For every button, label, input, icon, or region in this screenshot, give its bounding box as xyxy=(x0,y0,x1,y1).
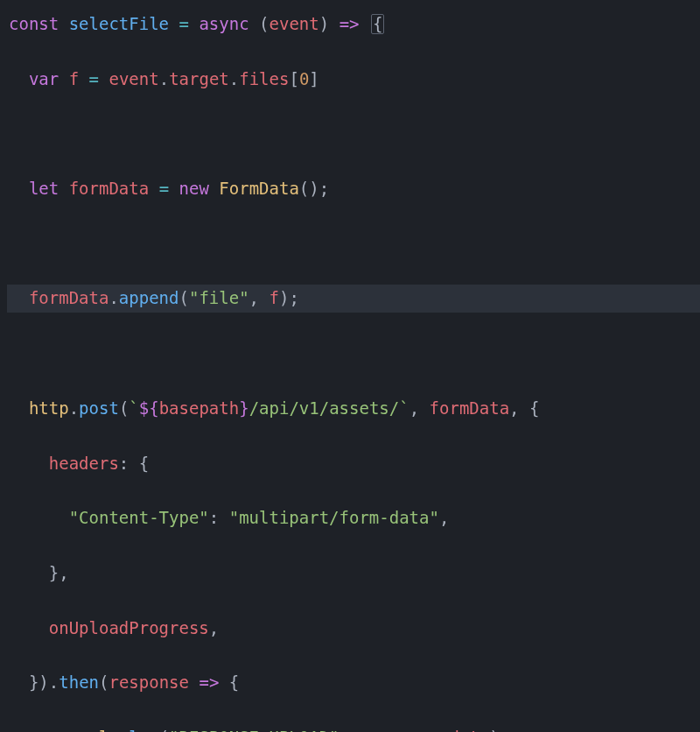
code-line: http.post(`${basepath}/api/v1/assets/`, … xyxy=(7,395,700,422)
code-line: headers: { xyxy=(7,450,700,477)
code-line: formData.append("file", f); xyxy=(7,285,700,312)
code-line: const selectFile = async (event) => { xyxy=(7,11,700,38)
code-block: const selectFile = async (event) => { va… xyxy=(7,11,700,732)
code-line: "Content-Type": "multipart/form-data", xyxy=(7,504,700,531)
open-brace-icon: { xyxy=(371,14,384,34)
code-line xyxy=(7,230,700,257)
code-line: }, xyxy=(7,560,700,587)
code-line: }).then(response => { xyxy=(7,669,700,696)
code-line: var f = event.target.files[0] xyxy=(7,66,700,93)
code-line: onUploadProgress, xyxy=(7,615,700,642)
code-line: console.log("RESPONSE UPLOAD", response.… xyxy=(7,724,700,732)
code-line xyxy=(7,340,700,367)
code-line xyxy=(7,120,700,147)
code-line: let formData = new FormData(); xyxy=(7,175,700,202)
